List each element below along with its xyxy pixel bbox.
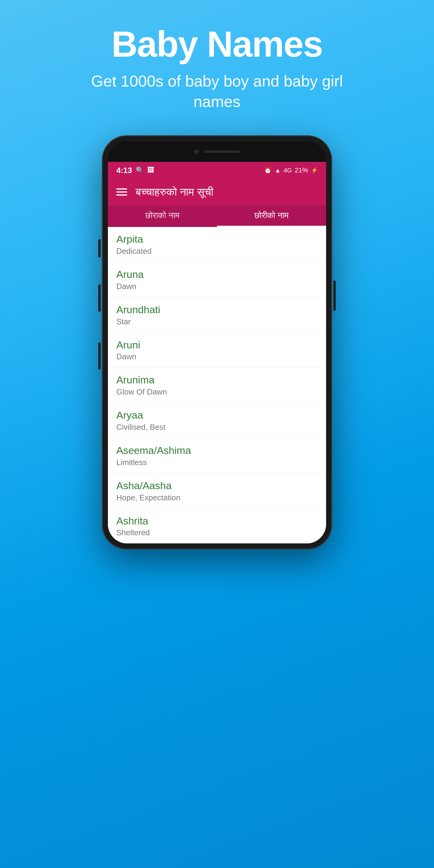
search-notification-icon: 🔍: [135, 166, 144, 174]
app-title: Baby Names: [112, 24, 322, 64]
name-text: Ashrita: [116, 515, 318, 527]
name-text: Asha/Aasha: [116, 479, 318, 492]
tab-boys-names[interactable]: छोराको नाम: [108, 205, 217, 227]
name-meaning: Limitless: [116, 458, 318, 467]
hamburger-line-1: [116, 188, 127, 190]
name-meaning: Star: [116, 317, 318, 327]
name-text: Arunima: [116, 374, 318, 386]
names-list: Arpita Dedicated Aruna Dawn Arundhati St…: [108, 227, 326, 544]
app-toolbar: बच्चाहरुको नाम सूची: [108, 179, 326, 205]
network-type: 4G: [284, 167, 292, 174]
list-item[interactable]: Asha/Aasha Hope, Expectation: [108, 473, 326, 509]
list-item[interactable]: Ashrita Sheltered: [108, 509, 326, 544]
list-item[interactable]: Aruna Dawn: [108, 262, 326, 298]
hamburger-line-3: [116, 194, 127, 195]
tab-girls-names[interactable]: छोरीको नाम: [217, 205, 326, 227]
list-item[interactable]: Aryaa Civilised, Best: [108, 403, 326, 438]
mute-button: [98, 239, 101, 257]
phone-screen: 4:13 🔍 🖼 ⏰ ▲ 4G 21% ⚡: [108, 141, 326, 544]
name-meaning: Dedicated: [116, 247, 318, 256]
toolbar-title: बच्चाहरुको नाम सूची: [135, 186, 213, 198]
app-subtitle: Get 1000s of baby boy and baby girl name…: [82, 71, 352, 112]
earpiece-speaker: [204, 150, 240, 153]
name-text: Aruna: [116, 268, 318, 281]
phone-frame: 4:13 🔍 🖼 ⏰ ▲ 4G 21% ⚡: [102, 136, 332, 549]
hamburger-menu-button[interactable]: [116, 188, 127, 195]
battery-percentage: 21%: [295, 166, 308, 174]
status-left: 4:13 🔍 🖼: [116, 166, 154, 175]
name-meaning: Glow Of Dawn: [116, 387, 318, 397]
power-button: [333, 281, 336, 311]
name-text: Arpita: [116, 233, 318, 245]
tabs-bar: छोराको नाम छोरीको नाम: [108, 205, 326, 227]
name-meaning: Dawn: [116, 282, 318, 291]
name-text: Aseema/Ashima: [116, 444, 318, 457]
list-item[interactable]: Arpita Dedicated: [108, 227, 326, 262]
name-meaning: Sheltered: [116, 528, 318, 537]
image-notification-icon: 🖼: [147, 166, 154, 174]
front-camera: [194, 149, 199, 154]
list-item[interactable]: Aseema/Ashima Limitless: [108, 438, 326, 473]
hamburger-line-2: [116, 191, 127, 193]
status-time: 4:13: [116, 166, 132, 175]
volume-down-button: [98, 342, 101, 370]
phone-device: 4:13 🔍 🖼 ⏰ ▲ 4G 21% ⚡: [102, 136, 332, 549]
status-bar: 4:13 🔍 🖼 ⏰ ▲ 4G 21% ⚡: [108, 162, 326, 179]
list-item[interactable]: Aruni Dawn: [108, 333, 326, 368]
list-item[interactable]: Arundhati Star: [108, 298, 326, 333]
alarm-icon: ⏰: [264, 167, 272, 174]
name-text: Aruni: [116, 339, 318, 351]
name-meaning: Civilised, Best: [116, 423, 318, 432]
hero-section: Baby Names Get 1000s of baby boy and bab…: [0, 0, 434, 130]
name-text: Aryaa: [116, 409, 318, 421]
volume-up-button: [98, 284, 101, 312]
name-meaning: Hope, Expectation: [116, 493, 318, 502]
list-item[interactable]: Arunima Glow Of Dawn: [108, 368, 326, 403]
name-text: Arundhati: [116, 304, 318, 316]
phone-notch-area: [108, 141, 326, 162]
signal-bar-icon: ▲: [275, 167, 281, 174]
battery-charging-icon: ⚡: [311, 167, 318, 174]
status-right: ⏰ ▲ 4G 21% ⚡: [264, 166, 318, 174]
name-meaning: Dawn: [116, 352, 318, 361]
